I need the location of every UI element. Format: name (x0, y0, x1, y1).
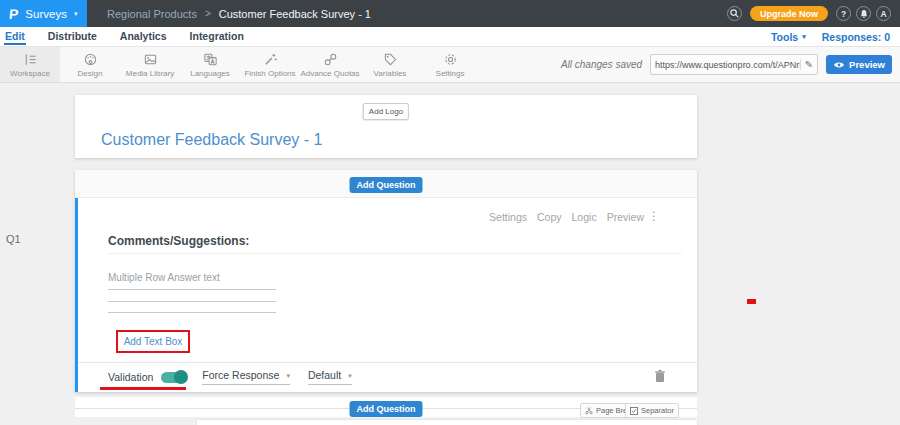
preview-button[interactable]: Preview (826, 55, 892, 74)
toolbar-item-label: Design (78, 69, 103, 78)
topbar-actions: Upgrade Now ? A (727, 6, 900, 21)
question-preview-link[interactable]: Preview (607, 211, 644, 223)
toolbar-right: All changes saved ✎ Preview (561, 47, 900, 82)
questionpro-app: P Surveys ▾ Regional Products > Customer… (0, 0, 900, 425)
question-logic-link[interactable]: Logic (572, 211, 597, 223)
chevron-down-icon: ▾ (74, 10, 78, 17)
nav-right: Tools ▾ Responses: 0 (771, 31, 900, 43)
preview-button-label: Preview (849, 59, 885, 70)
toolbar-item-label: Workspace (10, 69, 50, 78)
toggle-knob-icon (174, 370, 188, 384)
default-dropdown[interactable]: Default ▾ (308, 369, 352, 385)
design-icon (83, 52, 98, 67)
breadcrumb-parent[interactable]: Regional Products (107, 8, 197, 20)
toolbar-item-finish-options[interactable]: Finish Options (240, 47, 300, 82)
scissors-icon (585, 406, 593, 415)
red-dash-annotation (747, 299, 756, 304)
trash-icon (654, 369, 666, 383)
chevron-down-icon: ▾ (802, 33, 806, 40)
variables-icon (383, 52, 398, 67)
checkbox-checked-icon (630, 407, 638, 415)
questionpro-logo: P (8, 6, 19, 22)
pencil-icon: ✎ (805, 59, 813, 70)
survey-title[interactable]: Customer Feedback Survey - 1 (101, 131, 322, 149)
separator-label: Separator (641, 406, 674, 415)
toolbar-item-variables[interactable]: Variables (360, 47, 420, 82)
edit-url-button[interactable]: ✎ (800, 59, 813, 70)
topbar: P Surveys ▾ Regional Products > Customer… (0, 0, 900, 27)
question-card: Add Question Settings Copy Logic Preview… (75, 170, 697, 392)
next-block-card-partial (197, 420, 697, 425)
answer-row-line (108, 301, 276, 302)
toolbar-item-workspace[interactable]: Workspace (0, 47, 60, 82)
delete-question-button[interactable] (654, 369, 666, 386)
upgrade-now-button[interactable]: Upgrade Now (750, 6, 828, 21)
add-logo-button[interactable]: Add Logo (363, 103, 409, 120)
validation-red-underline-annotation (100, 387, 186, 390)
toolbar-item-label: Advance Quotas (300, 69, 359, 78)
survey-url-input[interactable] (655, 60, 800, 70)
add-text-box-highlight: Add Text Box (116, 330, 190, 353)
toolbar-item-media-library[interactable]: Media Library (120, 47, 180, 82)
question-divider (108, 253, 682, 254)
languages-icon (203, 52, 218, 67)
force-response-dropdown[interactable]: Force Response ▾ (202, 369, 290, 385)
question-actions: Settings Copy Logic Preview (489, 211, 644, 223)
answer-row-line (108, 289, 276, 290)
survey-header-card: Add Logo Customer Feedback Survey - 1 (75, 95, 697, 158)
toolbar-item-label: Media Library (126, 69, 174, 78)
toolbar-item-label: Finish Options (244, 69, 295, 78)
eye-icon (833, 61, 845, 69)
tab-distribute[interactable]: Distribute (47, 28, 98, 45)
help-button[interactable]: ? (836, 6, 851, 21)
separator-button[interactable]: Separator (625, 403, 679, 418)
chevron-down-icon: ▾ (286, 372, 290, 379)
question-text[interactable]: Comments/Suggestions: (108, 234, 249, 248)
chevron-down-icon: ▾ (348, 372, 352, 379)
search-button[interactable] (727, 6, 742, 21)
responses-count[interactable]: Responses: 0 (822, 31, 890, 43)
question-settings-link[interactable]: Settings (489, 211, 527, 223)
more-options-icon[interactable]: ⋮ (648, 209, 660, 223)
add-text-box-link[interactable]: Add Text Box (124, 336, 183, 347)
toolbar-item-advance-quotas[interactable]: Advance Quotas (300, 47, 360, 82)
surveys-menu-label: Surveys (25, 8, 67, 20)
bell-icon (859, 9, 869, 19)
surveys-menu[interactable]: P Surveys ▾ (0, 0, 87, 27)
tab-integration[interactable]: Integration (189, 28, 245, 45)
toolbar-item-label: Variables (374, 69, 407, 78)
workspace-icon (23, 52, 38, 67)
tab-analytics[interactable]: Analytics (119, 28, 168, 45)
add-question-button-top[interactable]: Add Question (350, 177, 423, 193)
survey-url-box: ✎ (650, 54, 818, 75)
avatar[interactable]: A (876, 6, 891, 21)
validation-label: Validation (108, 371, 153, 383)
toolbar-item-settings[interactable]: Settings (420, 47, 480, 82)
survey-canvas: Q1 Add Logo Customer Feedback Survey - 1… (0, 83, 900, 425)
question-copy-link[interactable]: Copy (537, 211, 562, 223)
validation-toggle[interactable] (161, 372, 187, 383)
finish-options-icon (263, 52, 278, 67)
settings-icon (443, 52, 458, 67)
add-question-button-bottom[interactable]: Add Question (350, 401, 423, 417)
toolbar-item-design[interactable]: Design (60, 47, 120, 82)
tab-edit[interactable]: Edit (4, 28, 26, 45)
notifications-button[interactable] (856, 6, 871, 21)
tools-label: Tools (771, 31, 798, 43)
force-response-label: Force Response (202, 369, 279, 381)
answer-placeholder: Multiple Row Answer text (108, 272, 220, 283)
breadcrumb-current: Customer Feedback Survey - 1 (219, 8, 371, 20)
edit-toolbar: Workspace Design Media Library Languages… (0, 47, 900, 83)
question-number: Q1 (6, 233, 21, 245)
advance-quotas-icon (323, 52, 338, 67)
search-icon (730, 9, 739, 18)
toolbar-item-languages[interactable]: Languages (180, 47, 240, 82)
section-tabs: Edit Distribute Analytics Integration To… (0, 27, 900, 47)
default-dropdown-label: Default (308, 369, 341, 381)
toolbar-item-label: Settings (436, 69, 465, 78)
between-blocks-band: Add Question Page Break Separator (75, 397, 697, 417)
add-question-band: Add Question (75, 170, 697, 198)
tools-menu[interactable]: Tools ▾ (771, 31, 806, 43)
answer-row-line (108, 312, 276, 313)
question-block: Settings Copy Logic Preview ⋮ Comments/S… (75, 198, 697, 392)
